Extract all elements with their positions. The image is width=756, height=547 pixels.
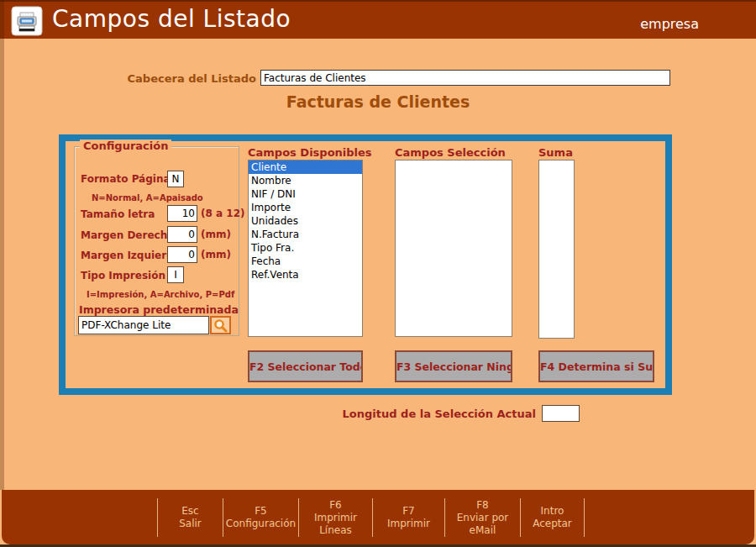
margen-izquierdo-input[interactable]	[167, 246, 197, 263]
intro-aceptar-button[interactable]: Intro Aceptar	[520, 498, 585, 537]
formato-pagina-label: Formato Página	[81, 173, 171, 185]
impresora-input[interactable]	[78, 316, 209, 334]
margen-izquierdo-unit: (mm)	[201, 249, 231, 260]
list-item[interactable]: Ref.Venta	[249, 268, 362, 281]
margen-derecho-label: Margen Derecho	[81, 229, 174, 241]
selection-fields-list[interactable]	[395, 160, 512, 337]
action-label: Salir	[179, 518, 202, 530]
f4-determine-sum-button[interactable]: F4 Determina si Suma	[538, 350, 654, 382]
key-label: F7	[402, 505, 415, 518]
suma-list[interactable]	[538, 160, 575, 339]
magnifier-icon	[213, 318, 228, 333]
list-item[interactable]: Unidades	[249, 214, 362, 228]
f7-imprimir-button[interactable]: F7 Imprimir	[372, 498, 444, 537]
list-item[interactable]: N.Factura	[249, 228, 362, 241]
impresora-label: Impresora predeterminada	[79, 303, 239, 316]
list-item[interactable]: Fecha	[249, 255, 362, 268]
list-item[interactable]: Importe	[249, 201, 362, 214]
impresora-search-button[interactable]	[210, 316, 231, 334]
action-label: Imprimir	[314, 512, 357, 524]
config-fieldset: Configuración Formato Página N=Normal, A…	[74, 146, 239, 336]
tamano-letra-label: Tamaño letra	[81, 208, 155, 220]
key-label: F8	[476, 499, 489, 512]
action-label: Configuración	[226, 518, 296, 530]
key-label: Esc	[181, 505, 198, 518]
cabecera-input[interactable]	[260, 70, 670, 86]
tipo-impresion-label: Tipo Impresión	[81, 270, 165, 281]
f8-enviar-email-button[interactable]: F8 Enviar por eMail	[444, 498, 520, 537]
f3-select-none-button[interactable]: F3 Seleccionar Ninguno	[395, 350, 512, 382]
formato-note: N=Normal, A=Apaisado	[92, 193, 203, 202]
page-heading: Facturas de Clientes	[0, 92, 756, 111]
key-label: Intro	[541, 505, 564, 518]
window: Campos del Listado empresa Cabecera del …	[0, 0, 756, 547]
action-label: Enviar por	[457, 512, 509, 524]
action-label: Imprimir	[387, 518, 430, 530]
config-legend: Configuración	[80, 139, 171, 152]
esc-salir-button[interactable]: Esc Salir	[157, 498, 223, 537]
list-item[interactable]: NIF / DNI	[249, 187, 362, 201]
longitud-input[interactable]	[542, 405, 580, 422]
list-item[interactable]: Cliente	[249, 160, 362, 174]
tipo-impresion-input[interactable]	[167, 266, 184, 283]
f6-imprimir-lineas-button[interactable]: F6 Imprimir Líneas	[298, 498, 372, 537]
printer-icon	[11, 6, 43, 36]
selection-fields-title: Campos Selección	[395, 146, 506, 159]
available-fields-list[interactable]: Cliente Nombre NIF / DNI Importe Unidade…	[248, 160, 363, 337]
f2-select-all-button[interactable]: F2 Seleccionar Todos	[248, 350, 363, 382]
footer-buttons: Esc Salir F5 Configuración F6 Imprimir L…	[157, 498, 585, 537]
tipo-note: I=Impresión, A=Archivo, P=Pdf	[87, 290, 234, 299]
longitud-label: Longitud de la Selección Actual	[294, 408, 536, 420]
suma-title: Suma	[538, 146, 573, 159]
tamano-letra-hint: (8 a 12)	[201, 208, 244, 219]
margen-izquierdo-label: Margen Izquierdo	[81, 250, 181, 261]
margen-derecho-unit: (mm)	[201, 229, 231, 240]
footer-bar: Esc Salir F5 Configuración F6 Imprimir L…	[2, 490, 754, 544]
action-label: Aceptar	[533, 518, 572, 530]
list-item[interactable]: Tipo Fra.	[249, 241, 362, 255]
header-bar: Campos del Listado empresa	[0, 0, 756, 39]
f5-configuracion-button[interactable]: F5 Configuración	[223, 498, 298, 537]
margen-derecho-input[interactable]	[167, 226, 197, 243]
list-item[interactable]: Nombre	[249, 174, 362, 187]
window-title: Campos del Listado	[52, 5, 291, 33]
cabecera-label: Cabecera del Listado	[126, 72, 256, 85]
formato-pagina-input[interactable]	[167, 171, 184, 187]
key-label: F6	[329, 499, 342, 512]
action-label-2: Líneas	[319, 524, 352, 537]
action-label-2: eMail	[470, 524, 496, 537]
company-name: empresa	[640, 16, 699, 32]
key-label: F5	[255, 505, 267, 518]
tamano-letra-input[interactable]	[167, 205, 197, 222]
available-fields-title: Campos Disponibles	[248, 146, 372, 159]
